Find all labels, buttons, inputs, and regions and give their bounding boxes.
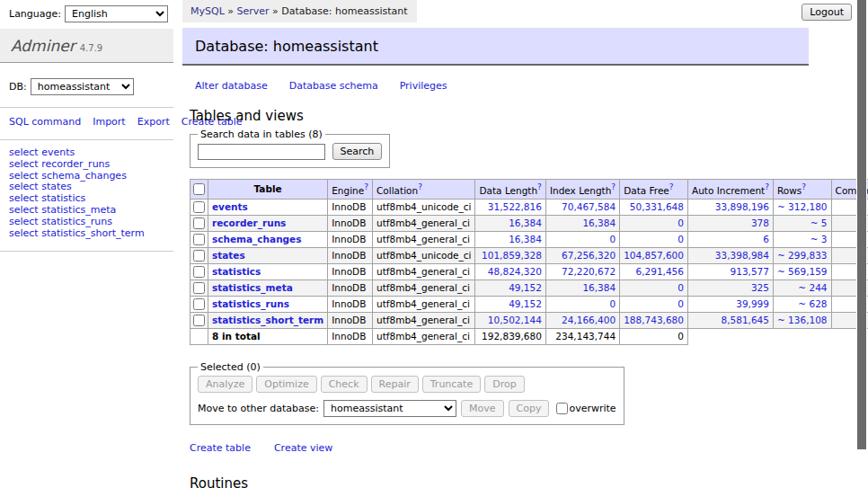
overwrite-checkbox[interactable] — [556, 403, 568, 414]
index-length-link[interactable]: 70,467,584 — [562, 201, 616, 212]
index-length-link[interactable]: 72,220,672 — [562, 266, 616, 277]
row-checkbox[interactable] — [193, 234, 205, 245]
search-button[interactable]: Search — [332, 143, 383, 160]
auto-increment-cell: 325 — [687, 279, 773, 296]
table-link-schema-changes[interactable]: schema_changes — [212, 234, 302, 244]
row-checkbox[interactable] — [193, 315, 205, 326]
app-version: 4.7.9 — [80, 43, 102, 53]
index-length-link[interactable]: 16,384 — [582, 282, 616, 293]
data-free-link[interactable]: 104,857,600 — [624, 250, 684, 261]
app-name[interactable]: Adminer — [11, 37, 75, 55]
link-create-table[interactable]: Create table — [190, 442, 251, 454]
sidebar-select-events[interactable]: select events — [9, 147, 164, 159]
table-link-statistics-meta[interactable]: statistics_meta — [212, 282, 293, 293]
data-free-link[interactable]: 0 — [678, 282, 684, 293]
bulk-analyze-button[interactable]: Analyze — [198, 376, 252, 393]
help-link[interactable]: ? — [802, 182, 806, 191]
sidebar-select-statistics-meta[interactable]: select statistics_meta — [9, 205, 164, 217]
sidebar-action-sql-command[interactable]: SQL command — [9, 116, 81, 128]
sidebar-select-recorder-runs[interactable]: select recorder_runs — [9, 159, 164, 171]
data-length-link[interactable]: 49,152 — [509, 298, 542, 309]
auto-increment-link[interactable]: 33,398,984 — [715, 250, 769, 261]
rows-link[interactable]: ~ 244 — [798, 282, 827, 293]
sidebar-action-import[interactable]: Import — [93, 116, 126, 128]
data-length-link[interactable]: 49,152 — [509, 282, 542, 293]
help-link[interactable]: ? — [537, 182, 542, 191]
auto-increment-link[interactable]: 33,898,196 — [715, 201, 769, 212]
bulk-truncate-button[interactable]: Truncate — [422, 376, 481, 393]
data-length-link[interactable]: 16,384 — [509, 234, 542, 244]
rows-link[interactable]: ~ 136,108 — [777, 315, 828, 325]
index-length-link[interactable]: 16,384 — [582, 217, 616, 228]
bulk-optimize-button[interactable]: Optimize — [256, 376, 316, 393]
index-length-link[interactable]: 24,166,400 — [562, 315, 616, 325]
move-button[interactable]: Move — [461, 400, 504, 417]
auto-increment-link[interactable]: 325 — [751, 282, 769, 293]
data-free-link[interactable]: 0 — [678, 298, 684, 309]
row-checkbox[interactable] — [193, 250, 205, 262]
data-free-link[interactable]: 6,291,456 — [636, 266, 684, 277]
auto-increment-link[interactable]: 378 — [751, 217, 769, 228]
sidebar-action-export[interactable]: Export — [137, 116, 170, 128]
table-name-cell: states — [208, 247, 328, 263]
row-checkbox[interactable] — [193, 282, 205, 294]
overwrite-label: overwrite — [555, 402, 616, 413]
auto-increment-link[interactable]: 6 — [763, 234, 769, 244]
index-length-link[interactable]: 0 — [609, 298, 616, 309]
data-length-link[interactable]: 48,824,320 — [488, 266, 542, 277]
link-create-view[interactable]: Create view — [274, 442, 332, 454]
rows-link[interactable]: ~ 628 — [798, 298, 827, 309]
help-link[interactable]: ? — [611, 182, 616, 191]
row-checkbox[interactable] — [193, 298, 205, 310]
help-link[interactable]: ? — [364, 182, 368, 191]
auto-increment-link[interactable]: 39,999 — [736, 298, 769, 309]
rows-link[interactable]: ~ 569,159 — [777, 266, 828, 277]
help-link[interactable]: ? — [418, 182, 422, 191]
help-link[interactable]: ? — [765, 182, 769, 191]
data-length-link[interactable]: 101,859,328 — [482, 250, 542, 261]
rows-link[interactable]: ~ 312,180 — [777, 201, 828, 212]
bulk-drop-button[interactable]: Drop — [484, 376, 524, 393]
search-input[interactable] — [198, 144, 325, 160]
auto-increment-link[interactable]: 8,581,645 — [722, 315, 769, 325]
bulk-repair-button[interactable]: Repair — [371, 376, 419, 393]
db-select[interactable]: homeassistant — [31, 78, 134, 95]
select-all-checkbox[interactable] — [193, 183, 205, 195]
data-free-link[interactable]: 50,331,648 — [630, 201, 684, 212]
row-checkbox[interactable] — [193, 266, 205, 278]
row-checkbox[interactable] — [193, 201, 205, 213]
help-link[interactable]: ? — [669, 182, 674, 191]
data-length-link[interactable]: 10,502,144 — [488, 315, 542, 325]
table-link-states[interactable]: states — [212, 250, 245, 261]
bulk-check-button[interactable]: Check — [321, 376, 368, 393]
link-privileges[interactable]: Privileges — [400, 80, 447, 92]
rows-link[interactable]: ~ 299,833 — [777, 250, 828, 261]
index-length-link[interactable]: 67,256,320 — [562, 250, 616, 261]
move-db-select[interactable]: homeassistant — [323, 400, 456, 417]
copy-button[interactable]: Copy — [509, 400, 550, 417]
table-link-statistics-runs[interactable]: statistics_runs — [212, 298, 289, 309]
sidebar-select-statistics-short-term[interactable]: select statistics_short_term — [9, 228, 164, 240]
sidebar-select-statistics-runs[interactable]: select statistics_runs — [9, 217, 164, 228]
link-database-schema[interactable]: Database schema — [289, 80, 378, 92]
breadcrumb-server[interactable]: Server — [237, 5, 270, 17]
rows-link[interactable]: ~ 5 — [810, 217, 828, 228]
table-link-events[interactable]: events — [212, 201, 248, 212]
data-length-link[interactable]: 31,522,816 — [488, 201, 542, 212]
auto-increment-link[interactable]: 913,577 — [731, 266, 769, 277]
link-alter-database[interactable]: Alter database — [195, 80, 268, 92]
scrollbar-thumb[interactable] — [857, 0, 866, 449]
data-length-link[interactable]: 16,384 — [509, 217, 542, 228]
breadcrumb-mysql[interactable]: MySQL — [190, 5, 225, 17]
table-link-recorder-runs[interactable]: recorder_runs — [212, 217, 286, 228]
data-free-link[interactable]: 0 — [678, 217, 684, 228]
index-length-link[interactable]: 0 — [609, 234, 616, 244]
row-checkbox[interactable] — [193, 217, 205, 229]
table-link-statistics[interactable]: statistics — [212, 266, 261, 277]
language-select[interactable]: English — [65, 5, 168, 22]
scrollbar-track[interactable] — [856, 0, 867, 488]
data-free-link[interactable]: 188,743,680 — [624, 315, 684, 325]
rows-link[interactable]: ~ 3 — [810, 234, 828, 244]
data-free-link[interactable]: 0 — [678, 234, 684, 244]
table-link-statistics-short-term[interactable]: statistics_short_term — [212, 315, 323, 325]
